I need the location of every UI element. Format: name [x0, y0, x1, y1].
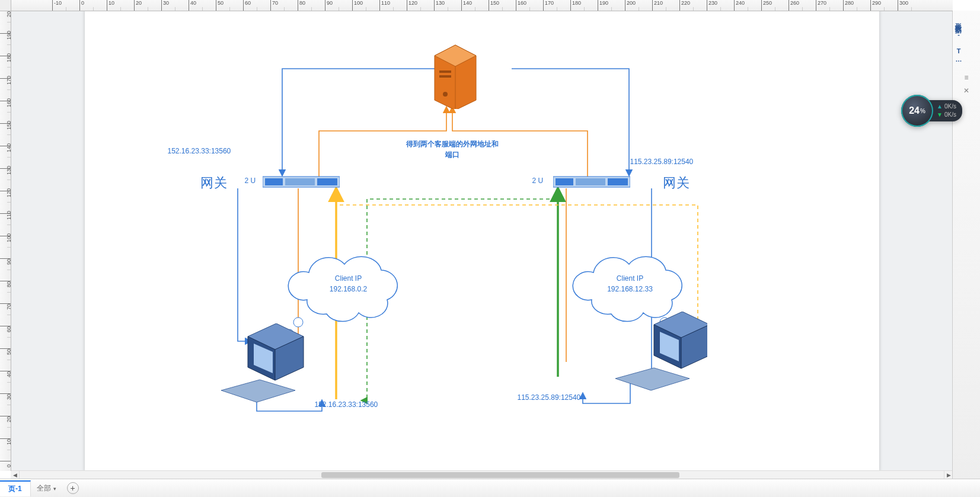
- shape-data-panel[interactable]: 形状数据 - T… ≡ ✕: [952, 11, 980, 479]
- nat-left-bottom-label: 152.16.23.33:13560: [315, 400, 378, 409]
- server-caption-line1: 得到两个客服端的外网地址和: [406, 140, 499, 148]
- client-left-ip: Client IP 192.168.0.2: [316, 273, 381, 294]
- connector-layer: [85, 11, 879, 472]
- ruler-corner: [0, 0, 11, 11]
- rack-right-label: 2 U: [532, 177, 544, 185]
- gateway-left-label: 网关: [200, 174, 228, 192]
- svg-rect-7: [265, 178, 283, 185]
- client-right-pc-icon[interactable]: [612, 312, 707, 395]
- server-caption-line2: 端口: [445, 150, 459, 159]
- add-page-button[interactable]: +: [67, 482, 79, 494]
- page-tab-bar: 页-1 全部 +: [0, 479, 980, 497]
- client-right-ip-line1: Client IP: [617, 274, 643, 283]
- svg-marker-27: [615, 368, 689, 390]
- svg-point-5: [443, 92, 448, 97]
- ruler-horizontal: -100102030405060708090100110120130140150…: [11, 0, 953, 11]
- panel-collapse-icon[interactable]: ≡: [953, 71, 980, 84]
- nat-right-bottom-label: 115.23.25.89:12540: [518, 393, 581, 402]
- horizontal-scrollbar[interactable]: ◀ ▶: [11, 470, 953, 479]
- page-tab-1[interactable]: 页-1: [0, 480, 31, 496]
- rack-left-label: 2 U: [245, 177, 256, 185]
- gateway-right-icon[interactable]: [553, 175, 630, 190]
- gauge-percent-unit: %: [920, 108, 925, 114]
- performance-gauge[interactable]: 24% 0K/s 0K/s: [901, 95, 962, 127]
- drawing-canvas[interactable]: 网关 2 U 2 U 网关 152.16.23.33:13560 115.23.…: [11, 11, 953, 479]
- server-icon[interactable]: [429, 38, 482, 109]
- ruler-vertical: 2001901801701601501401301201101009080706…: [0, 11, 11, 471]
- svg-rect-4: [439, 75, 451, 78]
- client-right-ip-line2: 192.168.12.33: [607, 285, 653, 293]
- page[interactable]: 网关 2 U 2 U 网关 152.16.23.33:13560 115.23.…: [85, 11, 879, 472]
- client-left-ip-line1: Client IP: [335, 274, 362, 283]
- client-left-pc-icon[interactable]: [218, 323, 313, 406]
- client-left-ip-line2: 192.168.0.2: [330, 285, 367, 293]
- gauge-download: 0K/s: [937, 111, 956, 119]
- client-right-ip: Client IP 192.168.12.33: [595, 273, 666, 294]
- server-caption: 得到两个客服端的外网地址和 端口: [393, 139, 512, 160]
- svg-rect-3: [439, 70, 451, 73]
- gateway-right-label: 网关: [663, 174, 690, 192]
- svg-rect-12: [576, 178, 605, 185]
- shape-data-title: 形状数据 - T…: [953, 11, 964, 71]
- nat-left-top-label: 152.16.23.33:13560: [168, 147, 231, 155]
- gauge-upload: 0K/s: [937, 102, 956, 111]
- svg-rect-9: [317, 178, 337, 185]
- svg-rect-11: [556, 178, 573, 185]
- scroll-thumb[interactable]: [321, 472, 679, 478]
- gauge-percent-value: 24: [909, 105, 920, 116]
- scroll-right-arrow-icon[interactable]: ▶: [944, 471, 953, 479]
- svg-rect-13: [608, 178, 628, 185]
- scope-dropdown[interactable]: 全部: [31, 481, 62, 496]
- gateway-left-icon[interactable]: [263, 175, 340, 190]
- nat-right-top-label: 115.23.25.89:12540: [630, 158, 694, 166]
- svg-marker-22: [221, 380, 295, 402]
- svg-rect-8: [285, 178, 315, 185]
- scroll-left-arrow-icon[interactable]: ◀: [11, 471, 20, 479]
- gauge-percent: 24%: [901, 95, 933, 127]
